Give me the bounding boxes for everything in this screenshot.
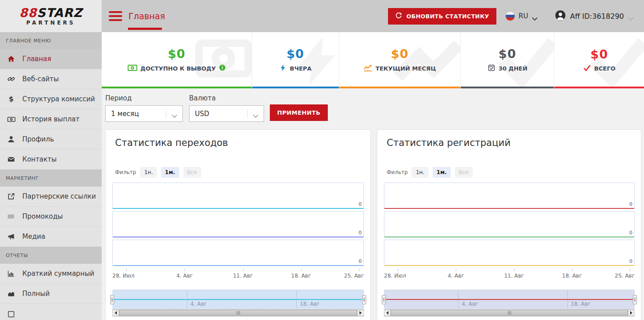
home-icon <box>7 54 16 63</box>
scrollbar-right-arrow[interactable] <box>628 310 635 316</box>
user-icon <box>7 135 16 144</box>
user-avatar-icon <box>555 10 566 23</box>
brand-logo-text: 88STARZ <box>19 7 83 19</box>
y-axis-value: 0 <box>359 258 362 264</box>
range-button-1w[interactable]: 1н. <box>412 167 428 178</box>
clicks-statistics-panel: Статистика переходов Фильтр 1н. 1м. Все … <box>105 129 371 320</box>
chart-navigator[interactable]: 4. Авг 18. Авг <box>112 290 364 309</box>
language-code: RU <box>519 12 528 20</box>
sidebar-item-label: Контакты <box>22 155 57 163</box>
x-axis: 28. Июл 4. Авг 11. Авг 18. Авг 25. Авг <box>112 268 364 282</box>
scrollbar-thumb[interactable] <box>391 310 628 316</box>
scrollbar-right-arrow[interactable] <box>357 310 364 316</box>
stat-value: $0 <box>499 47 516 61</box>
chevron-down-icon <box>532 14 538 18</box>
dollar-icon: $ <box>7 95 16 104</box>
stats-cards-row: $0 ДОСТУПНО К ВЫВОДУ $0 ВЧЕРА $0 ТЕКУЩИЙ… <box>102 32 644 88</box>
card-accent-bar <box>554 87 644 88</box>
megaphone-icon <box>7 232 16 241</box>
external-link-icon <box>7 192 16 201</box>
line-chart-icon <box>363 64 372 73</box>
x-axis-label: 25. Авг <box>344 273 364 279</box>
stat-label: ВСЕГО <box>594 65 615 72</box>
refresh-statistics-button[interactable]: ОБНОВИТЬ СТАТИСТИКУ <box>388 8 496 25</box>
check-watermark-icon <box>497 34 554 88</box>
sidebar-item-summary-report[interactable]: Краткий суммарный <box>0 264 102 284</box>
menu-toggle-icon[interactable] <box>109 11 122 21</box>
stat-value: $0 <box>590 48 608 61</box>
sidebar-item-label: Полный <box>22 290 50 298</box>
sidebar-item-label: История выплат <box>22 115 79 123</box>
account-menu[interactable]: Aff ID:3618290 <box>555 10 634 23</box>
stat-label: ДОСТУПНО К ВЫВОДУ <box>140 65 216 72</box>
bolt-icon <box>279 64 287 73</box>
navigator-handle-right[interactable] <box>362 295 366 304</box>
link-icon <box>7 75 16 83</box>
banknote-watermark-icon <box>190 34 252 85</box>
chart-pane: 0 <box>384 211 635 237</box>
range-filter-label: Фильтр <box>115 169 136 175</box>
navigator-handle-left[interactable] <box>110 295 114 304</box>
sidebar-item-clipped[interactable] <box>0 304 102 320</box>
scrollbar-left-arrow[interactable] <box>384 310 391 316</box>
range-button-1m[interactable]: 1м. <box>433 167 451 178</box>
stat-card-available: $0 ДОСТУПНО К ВЫВОДУ <box>102 32 252 88</box>
y-axis-value: 0 <box>359 201 362 207</box>
stat-value: $0 <box>168 47 186 61</box>
registrations-statistics-panel: Статистика регистраций Фильтр 1н. 1м. Вс… <box>377 129 641 320</box>
currency-select[interactable]: USD <box>189 105 264 122</box>
sidebar-item-promocodes[interactable]: Промокоды <box>0 207 102 227</box>
range-button-1m[interactable]: 1м. <box>161 167 179 178</box>
x-axis: 28. Июл 4. Авг 11. Авг 18. Авг 25. Авг <box>384 268 635 282</box>
envelope-icon <box>7 155 16 164</box>
sidebar-item-payouts[interactable]: История выплат <box>0 109 102 129</box>
period-select[interactable]: 1 месяц <box>105 105 183 122</box>
report-icon <box>7 310 16 319</box>
range-button-all[interactable]: Все <box>183 167 201 178</box>
card-accent-bar <box>102 87 252 88</box>
info-icon[interactable] <box>219 64 226 72</box>
sidebar-item-contacts[interactable]: Контакты <box>0 150 102 170</box>
scrollbar-thumb[interactable] <box>119 310 357 316</box>
sidebar-item-full-report[interactable]: Полный <box>0 284 102 304</box>
series-line <box>384 237 634 237</box>
navigator-label: 18. Авг <box>300 301 319 307</box>
sidebar-section-marketing: МАРКЕТИНГ <box>0 170 102 187</box>
stat-card-total: $0 ВСЕГО <box>554 32 644 88</box>
sidebar-item-label: Главная <box>22 55 51 63</box>
sidebar-item-partner-links[interactable]: Партнерские ссылки <box>0 187 102 207</box>
range-button-all[interactable]: Все <box>455 167 473 178</box>
panel-title: Статистика регистраций <box>387 137 511 148</box>
chart-area: 0 0 0 28. Июл 4. Авг 11. Авг 18. Авг 25.… <box>112 183 364 282</box>
banknote-icon <box>7 115 16 124</box>
brand-logo[interactable]: 88STARZ PARTNERS <box>0 0 102 32</box>
sidebar-item-websites[interactable]: Веб-сайты <box>0 69 102 89</box>
x-axis-label: 11. Авг <box>504 273 524 279</box>
sidebar-item-media[interactable]: Медиа <box>0 227 102 247</box>
card-accent-bar <box>461 87 554 88</box>
chevron-down-icon <box>171 112 178 116</box>
sidebar-item-label: Структура комиссий <box>22 95 95 103</box>
sidebar-item-label: Промокоды <box>22 212 63 220</box>
chart-navigator[interactable]: 4. Авг 18. Авг <box>384 290 635 309</box>
chart-scrollbar[interactable] <box>384 309 635 316</box>
navigator-handle-right[interactable] <box>633 295 637 304</box>
sidebar-item-home[interactable]: Главная <box>0 49 102 69</box>
stat-label: ВЧЕРА <box>290 65 312 72</box>
navigator-handle-left[interactable] <box>382 295 386 304</box>
chart-scrollbar[interactable] <box>112 309 364 316</box>
scrollbar-left-arrow[interactable] <box>112 310 119 316</box>
x-axis-label: 4. Авг <box>448 273 464 279</box>
series-line <box>113 265 363 266</box>
apply-button[interactable]: ПРИМЕНИТЬ <box>270 104 328 121</box>
sidebar-item-profile[interactable]: Профиль <box>0 129 102 150</box>
x-axis-label: 11. Авг <box>233 273 252 279</box>
bar-chart-icon <box>7 269 16 278</box>
card-accent-bar <box>339 87 460 88</box>
range-button-1w[interactable]: 1н. <box>140 167 157 178</box>
x-axis-label: 28. Июл <box>112 273 135 279</box>
sidebar-item-commission[interactable]: $ Структура комиссий <box>0 89 102 109</box>
series-line <box>384 208 634 209</box>
language-selector[interactable]: RU <box>505 11 538 21</box>
sidebar-section-main: ГЛАВНОЕ МЕНЮ <box>0 32 102 49</box>
